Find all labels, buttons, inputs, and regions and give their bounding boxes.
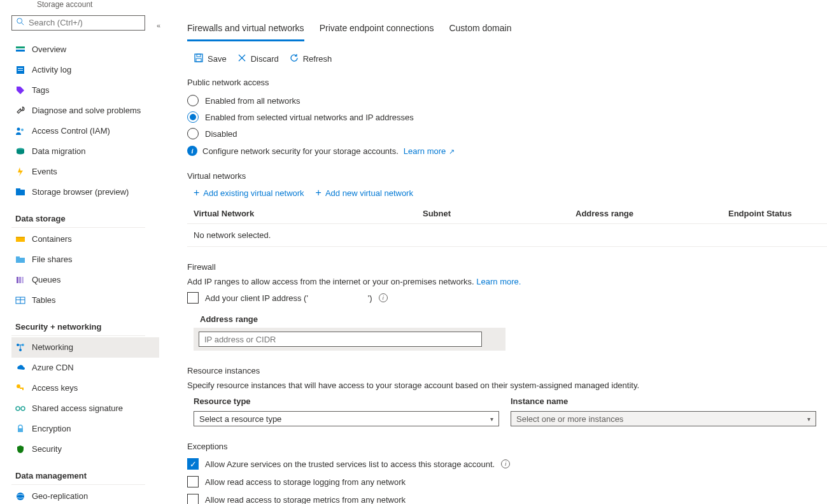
- security-icon: [15, 444, 25, 454]
- nav-tags[interactable]: Tags: [11, 80, 159, 101]
- section-security: Security + networking: [15, 322, 159, 332]
- search-input-container[interactable]: [11, 15, 145, 31]
- ip-address-input[interactable]: [199, 332, 482, 347]
- col-address-range: Address range: [576, 209, 728, 218]
- nav-activity-log[interactable]: Activity log: [11, 60, 159, 80]
- overview-icon: [15, 45, 25, 55]
- search-input[interactable]: [29, 18, 141, 27]
- radio-icon: [187, 128, 199, 139]
- nav-tables[interactable]: Tables: [11, 290, 159, 311]
- add-existing-vnet-button[interactable]: +Add existing virtual network: [194, 187, 304, 199]
- svg-point-8: [21, 129, 24, 131]
- toolbar: Save Discard Refresh: [187, 53, 827, 65]
- svg-rect-18: [22, 277, 24, 283]
- nav-file-shares[interactable]: File shares: [11, 249, 159, 270]
- nav-containers[interactable]: Containers: [11, 229, 159, 249]
- main-content: Firewalls and virtual networks Private e…: [166, 0, 827, 504]
- refresh-button[interactable]: Refresh: [289, 53, 332, 65]
- svg-rect-15: [16, 256, 20, 258]
- svg-rect-29: [22, 389, 24, 390]
- svg-rect-10: [16, 190, 25, 195]
- nav-events[interactable]: Events: [11, 162, 159, 182]
- help-icon[interactable]: i: [501, 459, 510, 468]
- section-data-storage: Data storage: [15, 214, 159, 223]
- col-endpoint-status: Endpoint Status: [728, 209, 827, 218]
- radio-all-networks[interactable]: Enabled from all networks: [187, 92, 827, 109]
- sidebar-collapse-button[interactable]: «: [157, 22, 160, 29]
- discard-button[interactable]: Discard: [237, 53, 279, 65]
- nav-access-keys[interactable]: Access keys: [11, 378, 159, 398]
- learn-more-link[interactable]: Learn more ↗: [404, 146, 455, 156]
- resource-instances-title: Resource instances: [187, 366, 827, 375]
- vnet-empty-row: No network selected.: [187, 224, 827, 247]
- refresh-icon: [289, 53, 299, 65]
- nav-iam[interactable]: Access Control (IAM): [11, 121, 159, 141]
- resource-type-dropdown[interactable]: Select a resource type▾: [194, 411, 499, 426]
- section-data-mgmt: Data management: [15, 471, 159, 480]
- svg-rect-5: [18, 68, 23, 69]
- tab-firewalls[interactable]: Firewalls and virtual networks: [187, 23, 304, 41]
- tab-custom-domain[interactable]: Custom domain: [449, 23, 511, 41]
- container-icon: [15, 234, 25, 244]
- save-button[interactable]: Save: [194, 53, 227, 65]
- svg-point-33: [17, 493, 24, 500]
- tab-private-endpoints[interactable]: Private endpoint connections: [320, 23, 434, 41]
- sas-icon: [15, 403, 25, 414]
- nav-networking[interactable]: Networking: [11, 337, 159, 358]
- svg-rect-32: [18, 428, 23, 432]
- instance-name-dropdown[interactable]: Select one or more instances▾: [511, 411, 816, 426]
- resource-desc: Specify resource instances that will hav…: [187, 381, 827, 390]
- svg-line-1: [22, 23, 24, 25]
- nav-data-migration[interactable]: Data migration: [11, 141, 159, 162]
- nav-sas[interactable]: Shared access signature: [11, 398, 159, 419]
- queue-icon: [15, 275, 25, 285]
- nav-list: Overview Activity log Tags Diagnose and …: [11, 39, 166, 504]
- iam-icon: [15, 126, 25, 136]
- exception-metrics[interactable]: Allow read access to storage metrics fro…: [187, 492, 827, 504]
- exception-logging[interactable]: Allow read access to storage logging fro…: [187, 474, 827, 489]
- checkbox-icon: [187, 292, 199, 304]
- discard-icon: [237, 53, 247, 65]
- nav-diagnose[interactable]: Diagnose and solve problems: [11, 101, 159, 121]
- nav-overview[interactable]: Overview: [11, 39, 159, 60]
- exception-trusted-services[interactable]: Allow Azure services on the trusted serv…: [187, 456, 827, 472]
- nav-encryption[interactable]: Encryption: [11, 419, 159, 439]
- nav-geo-replication[interactable]: Geo-replication: [11, 486, 159, 504]
- radio-selected-networks[interactable]: Enabled from selected virtual networks a…: [187, 109, 827, 125]
- activity-log-icon: [15, 65, 25, 75]
- nav-cdn[interactable]: Azure CDN: [11, 358, 159, 378]
- svg-rect-28: [20, 388, 24, 389]
- tabs: Firewalls and virtual networks Private e…: [187, 23, 827, 41]
- add-client-ip-checkbox-row[interactable]: Add your client IP address (' ') i: [187, 290, 827, 305]
- radio-icon: [187, 111, 199, 123]
- col-subnet: Subnet: [423, 209, 576, 218]
- tag-icon: [15, 85, 25, 95]
- vnet-title: Virtual networks: [187, 171, 827, 181]
- nav-queues[interactable]: Queues: [11, 270, 159, 290]
- info-row: i Configure network security for your st…: [187, 146, 827, 156]
- nav-storage-browser[interactable]: Storage browser (preview): [11, 182, 159, 202]
- svg-point-0: [17, 18, 22, 24]
- help-icon[interactable]: i: [379, 293, 388, 302]
- geo-icon: [15, 491, 25, 501]
- firewall-learn-more-link[interactable]: Learn more.: [476, 277, 521, 286]
- nav-security[interactable]: Security: [11, 439, 159, 459]
- chevron-down-icon: ▾: [490, 416, 493, 423]
- vnet-table-header: Virtual Network Subnet Address range End…: [187, 205, 827, 224]
- svg-rect-6: [18, 70, 23, 71]
- key-icon: [15, 383, 25, 393]
- add-new-vnet-button[interactable]: +Add new virtual network: [316, 187, 413, 199]
- save-icon: [194, 53, 204, 65]
- events-icon: [15, 167, 25, 177]
- checkbox-icon: [187, 494, 199, 504]
- info-icon: i: [187, 146, 197, 156]
- radio-disabled[interactable]: Disabled: [187, 125, 827, 142]
- radio-icon: [187, 95, 199, 106]
- wrench-icon: [15, 106, 25, 116]
- svg-point-7: [17, 127, 20, 130]
- divider: [11, 335, 145, 336]
- svg-rect-11: [16, 188, 20, 190]
- resource-type-label: Resource type: [194, 396, 499, 406]
- divider: [11, 227, 145, 228]
- fileshare-icon: [15, 255, 25, 265]
